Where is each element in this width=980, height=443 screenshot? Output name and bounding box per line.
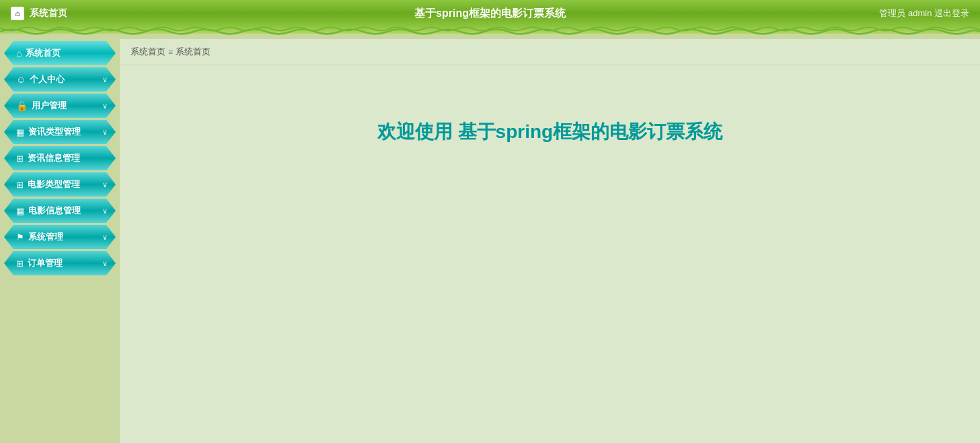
movie-info-sidebar-icon: ▦ xyxy=(16,206,24,216)
header-user-info[interactable]: 管理员 admin 退出登录 xyxy=(879,7,969,20)
home-sidebar-label: 系统首页 xyxy=(26,47,108,59)
system-sidebar-icon: ⚑ xyxy=(16,232,24,242)
content-divider xyxy=(120,65,980,65)
header: ⌂ 系统首页 基于spring框架的电影订票系统 管理员 admin 退出登录 xyxy=(0,0,980,27)
movie-info-arrow: ∨ xyxy=(102,207,108,215)
sidebar-item-profile[interactable]: ☺ 个人中心 ∨ xyxy=(4,67,116,92)
movie-type-sidebar-icon: ⊞ xyxy=(16,180,24,190)
header-left: ⌂ 系统首页 xyxy=(11,7,67,20)
news-type-arrow: ∨ xyxy=(102,128,108,137)
profile-arrow: ∨ xyxy=(102,75,108,84)
header-home-label[interactable]: 系统首页 xyxy=(30,7,67,20)
breadcrumb-separator: ≡ xyxy=(168,47,173,57)
sidebar-item-news-info[interactable]: ⊞ 资讯信息管理 xyxy=(4,146,116,170)
users-sidebar-icon: 🔒 xyxy=(16,100,28,111)
system-arrow: ∨ xyxy=(102,233,108,242)
news-info-sidebar-icon: ⊞ xyxy=(16,154,24,164)
layout: ⌂ 系统首页 ☺ 个人中心 ∨ 🔒 用户管理 ∨ ▦ 资讯类型管理 ∨ xyxy=(0,39,980,443)
news-type-sidebar-label: 资讯类型管理 xyxy=(28,126,102,138)
users-sidebar-label: 用户管理 xyxy=(32,100,102,112)
sidebar-item-home[interactable]: ⌂ 系统首页 xyxy=(4,41,116,65)
sidebar-item-movie-type[interactable]: ⊞ 电影类型管理 ∨ xyxy=(4,172,116,197)
welcome-area: 欢迎使用 基于spring框架的电影订票系统 xyxy=(120,119,980,145)
breadcrumb-current: 系统首页 xyxy=(176,46,211,58)
orders-sidebar-label: 订单管理 xyxy=(28,257,102,269)
sidebar: ⌂ 系统首页 ☺ 个人中心 ∨ 🔒 用户管理 ∨ ▦ 资讯类型管理 ∨ xyxy=(0,39,120,443)
orders-arrow: ∨ xyxy=(102,259,108,268)
sidebar-item-system[interactable]: ⚑ 系统管理 ∨ xyxy=(4,225,116,249)
header-center-title: 基于spring框架的电影订票系统 xyxy=(414,7,566,21)
home-sidebar-icon: ⌂ xyxy=(16,48,22,59)
profile-sidebar-label: 个人中心 xyxy=(30,73,102,86)
movie-info-sidebar-label: 电影信息管理 xyxy=(28,205,102,217)
sidebar-item-movie-info[interactable]: ▦ 电影信息管理 ∨ xyxy=(4,199,116,223)
sidebar-item-users[interactable]: 🔒 用户管理 ∨ xyxy=(4,94,116,118)
news-info-sidebar-label: 资讯信息管理 xyxy=(28,152,108,164)
movie-type-arrow: ∨ xyxy=(102,180,108,189)
sidebar-item-orders[interactable]: ⊞ 订单管理 ∨ xyxy=(4,251,116,275)
breadcrumb-home[interactable]: 系统首页 xyxy=(130,46,165,58)
movie-type-sidebar-label: 电影类型管理 xyxy=(28,178,102,191)
users-arrow: ∨ xyxy=(102,102,108,110)
main-content: 系统首页 ≡ 系统首页 欢迎使用 基于spring框架的电影订票系统 xyxy=(120,39,980,443)
news-type-sidebar-icon: ▦ xyxy=(16,127,24,137)
profile-sidebar-icon: ☺ xyxy=(16,74,26,85)
system-sidebar-label: 系统管理 xyxy=(28,231,102,243)
welcome-text: 欢迎使用 基于spring框架的电影订票系统 xyxy=(377,119,722,145)
breadcrumb: 系统首页 ≡ 系统首页 xyxy=(120,39,980,65)
sidebar-item-news-type[interactable]: ▦ 资讯类型管理 ∨ xyxy=(4,120,116,144)
home-icon: ⌂ xyxy=(11,7,24,20)
orders-sidebar-icon: ⊞ xyxy=(16,259,24,269)
